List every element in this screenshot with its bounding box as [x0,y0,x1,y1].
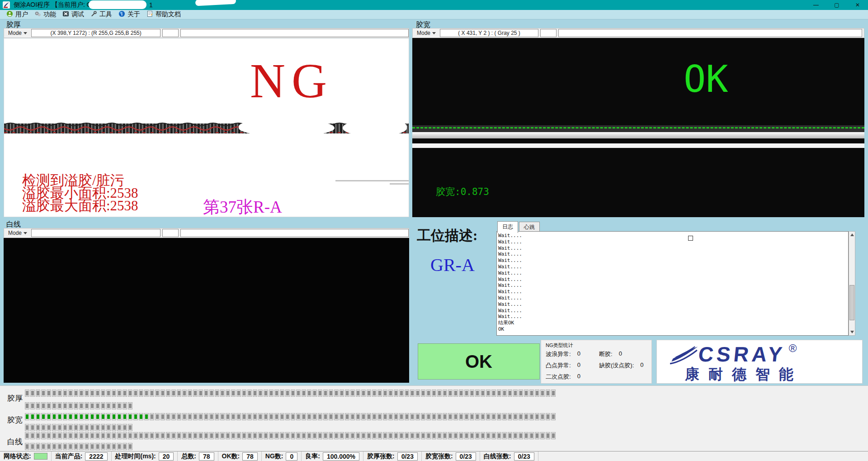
grid-cell-empty [101,432,105,439]
grid-cell-empty [481,432,485,439]
menu-item-帮助文档[interactable]: 帮助文档 [146,10,181,19]
gear-icon [34,10,41,19]
grid-cell-empty [318,390,322,397]
log-scrollbar[interactable] [849,231,855,336]
grid-cell-ok [144,413,149,420]
maximize-button[interactable]: ▢ [826,0,847,10]
grid-cell-empty [123,443,127,450]
grid-cell-empty [502,432,507,439]
grid-cell-empty [188,390,192,397]
grid-cell-empty [383,413,387,420]
grid-cell-empty [508,413,512,420]
grid-cell-empty [291,413,295,420]
grid-cell-empty [95,443,100,450]
grid-cell-empty [112,402,116,409]
menu-item-关于[interactable]: 关于 [118,10,140,19]
tab-log[interactable]: 日志 [497,221,518,233]
menu-item-用户[interactable]: 用户 [6,10,28,19]
brand-swoosh-icon [669,344,698,366]
log-checkbox[interactable] [688,236,693,241]
grid-cell-empty [155,390,160,397]
grid-cell-empty [291,390,295,397]
grid-cell-empty [106,390,111,397]
scroll-down-icon[interactable] [849,329,855,335]
status-item: 当前产品:2222 [52,451,112,461]
glue-line-black-stripe [412,138,864,143]
grid-cell-empty [340,413,344,420]
menu-item-调试[interactable]: 调试 [62,10,84,19]
grid-cell-empty [486,432,491,439]
grid-cell-empty [426,432,431,439]
redaction-dash [335,180,409,181]
grid-cell-empty [285,432,290,439]
close-button[interactable]: ✕ [847,0,868,10]
app-icon [3,1,10,9]
minimize-button[interactable]: — [806,0,826,10]
grid-cell-empty [47,402,51,409]
grid-cell-empty [464,390,469,397]
grid-cell-ok [25,413,29,420]
grid-cell-empty [117,390,122,397]
scroll-up-icon[interactable] [849,232,855,238]
overall-result-button[interactable]: OK [418,343,540,380]
grid-cell-empty [513,390,518,397]
grid-cell-empty [220,413,225,420]
grid-cell-empty [231,390,236,397]
network-status: 网络状态: [0,451,52,461]
registered-mark: ® [789,342,797,355]
redaction-blob [343,119,407,136]
status-value: 0/23 [514,452,534,461]
glue-thickness-long-box [180,29,409,37]
scrollbar-thumb[interactable] [849,285,854,320]
grid-cell-empty [394,390,398,397]
network-status-indicator [34,453,47,460]
glue-thickness-mode-button[interactable]: Mode [6,29,29,37]
grid-cell-empty [415,413,420,420]
grid-cell-empty [535,432,539,439]
white-line-mode-button[interactable]: Mode [6,229,29,237]
grid-cell-empty [546,432,550,439]
grid-cell-empty [68,443,73,450]
grid-cell-empty [41,424,46,431]
grid-cell-empty [486,413,491,420]
grid-cell-empty [90,390,94,397]
grid-cell-empty [318,432,322,439]
grid-cell-empty [188,432,192,439]
grid-cell-empty [117,432,122,439]
status-value: 78 [199,452,214,461]
grid-cell-empty [464,413,469,420]
grid-cell-empty [459,432,463,439]
menu-item-工具[interactable]: 工具 [90,10,112,19]
glue-width-mode-button[interactable]: Mode [415,29,438,37]
grid-cell-empty [220,390,225,397]
grid-cell-empty [101,443,105,450]
grid-cell-empty [193,413,198,420]
grid-cell-empty [269,432,274,439]
grid-cell-empty [101,390,105,397]
grid-cell-empty [502,413,507,420]
grid-cell-empty [285,390,290,397]
status-item: NG数:0 [262,451,302,461]
grid-cell-empty [497,413,501,420]
grid-cell-empty [112,390,116,397]
grid-cell-empty [30,443,35,450]
ng-stat-row: 凸点异常:0 [546,361,580,370]
status-value: 0 [286,452,297,461]
grid-cell-ok [101,413,105,420]
grid-cell-empty [90,402,94,409]
grid-cell-ok [139,413,143,420]
grid-cell-empty [453,390,458,397]
grid-cell-empty [508,390,512,397]
menu-item-功能[interactable]: 功能 [34,10,56,19]
grid-cell-empty [529,390,534,397]
grid-cell-empty [193,432,198,439]
grid-cell-empty [182,413,187,420]
grid-cell-empty [85,424,89,431]
grid-cell-empty [524,390,528,397]
grid-cell-ok [36,413,40,420]
glue-width-toolbar: Mode ( X 431, Y 2 ) : ( Gray 25 ) [412,28,864,38]
grid-cell-empty [177,432,181,439]
grid-cell-empty [57,424,62,431]
grid-cell-empty [198,432,203,439]
grid-cell-empty [323,413,328,420]
